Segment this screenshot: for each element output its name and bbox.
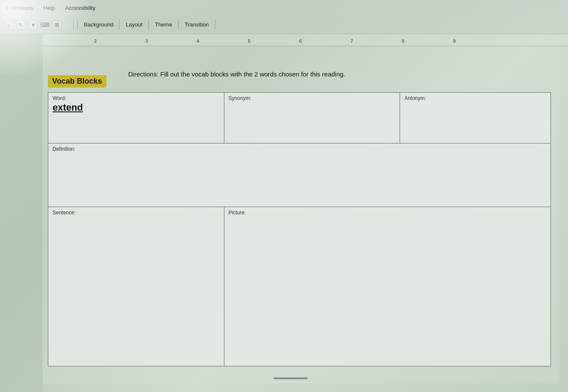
word-value: extend <box>53 102 220 113</box>
synonym-label: Synonym: <box>229 95 396 101</box>
sentence-cell[interactable]: Sentence: <box>48 207 224 366</box>
dropdown-icon[interactable]: ▾ <box>28 20 38 29</box>
menu-accessibility[interactable]: Accessibility <box>63 4 97 12</box>
svg-text:9: 9 <box>453 38 456 44</box>
menu-extensions[interactable]: Extensions <box>4 4 35 12</box>
svg-text:7: 7 <box>350 38 353 44</box>
tab-theme[interactable]: Theme <box>149 20 178 29</box>
svg-text:5: 5 <box>248 38 250 44</box>
word-cell[interactable]: Word: extend <box>48 93 224 143</box>
svg-text:2: 2 <box>94 38 97 44</box>
svg-text:6: 6 <box>299 38 302 44</box>
toolbar-left: ⌕ ↖ ▾ ⌨ ⊞ <box>4 20 62 29</box>
tab-layout[interactable]: Layout <box>120 20 149 29</box>
definition-label: Definition: <box>53 146 546 152</box>
svg-text:3: 3 <box>145 38 148 44</box>
scroll-indicator[interactable] <box>274 377 308 379</box>
arrow-icon[interactable]: ↖ <box>16 20 26 29</box>
tab-background[interactable]: Background <box>77 20 120 29</box>
picture-label: Picture: <box>229 210 546 216</box>
word-label: Word: <box>53 95 220 101</box>
directions-text: Directions: Fill out the vocab blocks wi… <box>128 70 551 79</box>
menu-bar: Extensions Help Accessibility <box>0 0 568 15</box>
definition-cell[interactable]: Definition: <box>48 143 551 207</box>
key-icon[interactable]: ⌨ <box>40 20 50 29</box>
svg-text:4: 4 <box>197 38 199 44</box>
svg-text:8: 8 <box>402 38 404 44</box>
expand-icon[interactable]: ⊞ <box>52 20 62 29</box>
menu-help[interactable]: Help <box>42 4 57 12</box>
vocab-table: Word: extend Synonym: Antonym: Definitio… <box>48 92 551 366</box>
synonym-cell[interactable]: Synonym: <box>224 93 400 143</box>
vocab-blocks-label: Vocab Blocks <box>48 75 106 88</box>
content-area: Vocab Blocks Directions: Fill out the vo… <box>43 46 559 383</box>
zoom-icon[interactable]: ⌕ <box>4 20 14 29</box>
tab-transition[interactable]: Transition <box>179 20 215 29</box>
antonym-label: Antonym: <box>404 95 546 101</box>
toolbar: ⌕ ↖ ▾ ⌨ ⊞ Background Layout Theme Transi… <box>0 15 568 34</box>
antonym-cell[interactable]: Antonym: <box>400 93 551 143</box>
picture-cell[interactable]: Picture: <box>224 207 550 366</box>
sentence-label: Sentence: <box>53 210 220 216</box>
left-panel <box>0 34 43 392</box>
toolbar-divider-1 <box>74 19 74 31</box>
ruler: 2 3 4 5 6 7 8 9 <box>43 34 568 46</box>
